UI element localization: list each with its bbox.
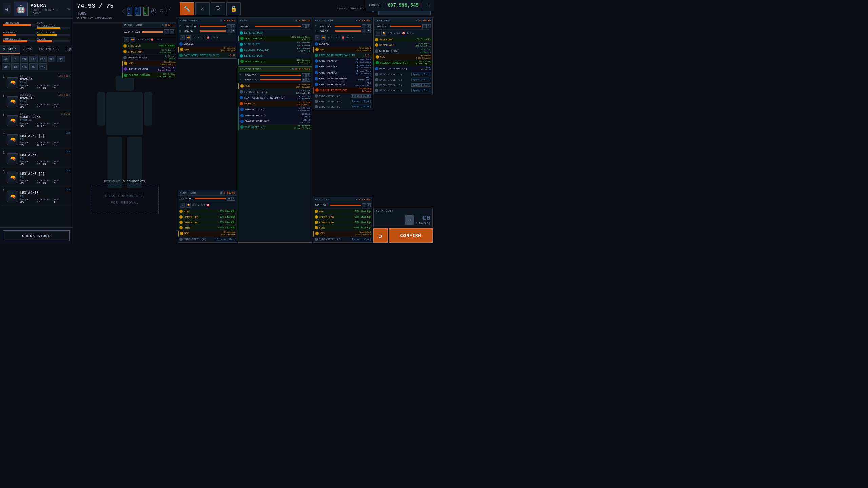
weapon-icon-hvac5: 🔫 — [7, 77, 18, 88]
health-minus-ra[interactable]: − — [164, 29, 169, 34]
filter-tag[interactable]: TAG — [39, 63, 47, 70]
rl-nss: NSS Stealthed530% Stealth — [178, 231, 237, 237]
hp-plus-lt-r[interactable]: + — [367, 29, 371, 33]
weapon-count: 3 — [3, 94, 4, 98]
tool-btn-lock[interactable]: 🔒 — [226, 2, 241, 15]
durability-bar — [3, 40, 36, 42]
lt-ammo1: AMMO PLASMA Plasma AmmoNo Explosion — [313, 58, 372, 64]
work-cost-value: €0 — [416, 214, 430, 222]
menu-button[interactable]: ≡ — [422, 0, 434, 11]
hp-plus-ct-r[interactable]: + — [306, 78, 310, 82]
weapon-list: 1 🔫 GM 50% CRIT HVAC/5 HV AC DAMAGE45 ST… — [0, 72, 73, 227]
weapon-item-lbx2c[interactable]: 4 🔫 LBX LBX AC/2 (C) LBX DAMAGE25 STABIL… — [1, 130, 71, 149]
filter-g[interactable]: G — [11, 56, 19, 62]
back-button[interactable]: ◀ — [3, 5, 11, 13]
filter-ac[interactable]: AC — [2, 56, 10, 62]
firepower-bar — [3, 24, 36, 26]
left-arm-col: LEFT ARM S S 60/80 120/120 − + — [373, 18, 433, 243]
la-weapon-mount: WEAPON MOUNT 0.75 ton-1 Recoil — [374, 48, 432, 54]
action-buttons: ↺ CONFIRM — [373, 228, 433, 243]
ll-lower-leg: LOWER LEG +10% StandUp — [313, 220, 372, 225]
weapon-item-hvac5[interactable]: 1 🔫 GM 50% CRIT HVAC/5 HV AC DAMAGE45 ST… — [1, 73, 71, 92]
tool-btn-x[interactable]: ✕ — [195, 2, 210, 15]
hp-minus-la[interactable]: − — [422, 24, 427, 28]
filter-tb[interactable]: TB — [11, 63, 19, 70]
ll-upper-leg: UPPER LEG +10% StandUp — [313, 215, 372, 220]
avg-range-label: AVG. RANGE — [37, 31, 61, 34]
undo-button[interactable]: ↺ — [373, 228, 388, 243]
tab-engine[interactable]: ENGINE/HS — [36, 45, 62, 54]
hp-plus-h[interactable]: + — [306, 24, 310, 28]
hp-plus-la[interactable]: + — [427, 24, 431, 28]
melee-label: MELEE — [37, 37, 61, 40]
weapon-icon-lbx10: 🔫 — [7, 191, 18, 202]
h-nova: NOVA CEWS (C) +10% Sensors+10% Sight — [238, 59, 312, 64]
rt-nss: NSS Stealthed530% Stealth — [178, 47, 237, 53]
comp-nss-ra: NSS Stealthed530% Stealth — [122, 61, 176, 66]
stats-panel: FIREPOWER HEAT EFFICIENCY MOVEMENT — [0, 19, 73, 45]
tonnage-main: 74.93 / 75 TONS — [77, 3, 118, 16]
hp-minus-ct-r[interactable]: − — [302, 78, 306, 82]
filter-rlm[interactable]: RLM — [48, 56, 56, 62]
weapon-count: 4 — [3, 131, 4, 136]
weapon-name-lbx5: LBX AC/5 — [20, 153, 70, 157]
hp-minus-rt-r[interactable]: − — [227, 29, 231, 33]
hp-plus-rt-f[interactable]: + — [231, 24, 235, 28]
filter-lrm[interactable]: LRM — [2, 63, 10, 70]
weapon-item-lbx5[interactable]: 2 🔫 LBX LBX AC/5 LBX DAMAGE45 STABILITY1… — [1, 149, 71, 168]
weapon-name-hvac5: HVAC/5 — [20, 77, 70, 81]
hp-minus-h[interactable]: − — [302, 24, 306, 28]
hp-minus-ct-f[interactable]: − — [302, 73, 306, 77]
filter-srm[interactable]: SRM — [57, 56, 65, 62]
hp-minus-ll[interactable]: − — [362, 203, 366, 207]
hp-plus-ll[interactable]: + — [367, 203, 371, 207]
funds-label: FUNDS: — [366, 2, 384, 8]
tab-ammo[interactable]: AMMO — [20, 45, 36, 54]
ll-endo: ENDO-STEEL (C) Dynamic Slot — [313, 237, 372, 242]
rt-engine: ENGINE — [178, 41, 237, 47]
weapon-details-hvac10: WESTERN 50% CRIT HVAC/10 HV AC DAMAGE60 … — [20, 94, 70, 109]
check-store-button[interactable]: CHECK STORE — [3, 230, 70, 241]
hp-minus-lt-r[interactable]: − — [362, 29, 366, 33]
confirm-button[interactable]: CONFIRM — [389, 228, 433, 243]
tool-btn-shield[interactable]: 🛡 — [211, 2, 225, 15]
avg-range-bar — [37, 34, 70, 36]
weapon-item-lac5[interactable]: 3 🔫 GM 1 PIPS LIGHT AC/5 LIGHT AC DAMAGE… — [1, 111, 71, 130]
la-endo3: ENDO-STEEL (C) Dynamic Slot — [374, 83, 432, 88]
tonnage-info-icon[interactable]: i — [151, 8, 156, 14]
work-cost-icon: ↺ — [405, 215, 414, 225]
weapon-item-lbx5c[interactable]: 5 🔫 LBX LBX AC/5 (C) LBX DAMAGE45 STABIL… — [1, 168, 71, 187]
left-arm-components: SHOULDER +5% StandUp UPPER ARM +5% Melee… — [374, 37, 432, 94]
weapon-count: 1 — [3, 75, 4, 79]
edit-icon[interactable]: ✎ — [67, 7, 70, 12]
mech-sub: Asura - MDG-X - HEAVY — [31, 8, 65, 15]
health-plus-ra[interactable]: + — [170, 29, 174, 34]
filter-etc[interactable]: ETC — [20, 56, 28, 62]
filter-ml[interactable]: ML — [29, 63, 38, 70]
hp-minus-rt-f[interactable]: − — [227, 24, 231, 28]
hp-plus-rt-r[interactable]: + — [231, 29, 235, 33]
filter-lag[interactable]: LAG — [29, 56, 38, 62]
weapon-icon-lac5: 🔫 — [7, 115, 18, 126]
hp-plus-rl[interactable]: + — [231, 197, 235, 201]
hp-minus-rl[interactable]: − — [227, 197, 231, 201]
weapon-icon-lbx2c: 🔫 — [7, 134, 18, 145]
weapon-item-hvac10[interactable]: 3 🔫 WESTERN 50% CRIT HVAC/10 HV AC DAMAG… — [1, 92, 71, 111]
filter-ams[interactable]: AMS — [20, 63, 28, 70]
weapon-count: 3 — [3, 113, 4, 117]
weapon-item-lbx10[interactable]: 2 🔫 LBX LBX AC/10 LBX DAMAGE60 STABILITY… — [1, 187, 71, 206]
filter-ppc[interactable]: PPC — [39, 56, 47, 62]
right-torso-components: ENGINE NSS Stealthed530% Stealth PATCHWO… — [178, 41, 237, 58]
tool-btn-wrench[interactable]: 🔧 — [180, 2, 194, 15]
left-panel: ◀ 🤖 ASURA Asura - MDG-X - HEAVY ✎ FIREPO… — [0, 0, 73, 244]
hp-plus-lt-f[interactable]: + — [367, 24, 371, 28]
funds-value: €97,989,545 — [384, 1, 422, 9]
ll-hip: HIP +10% StandUp — [313, 209, 372, 215]
tab-weapon[interactable]: WEAPON — [0, 45, 20, 54]
hp-minus-lt-f[interactable]: − — [362, 24, 366, 28]
weapon-name-lbx2c: LBX AC/2 (C) — [20, 134, 70, 138]
lt-engine: ENGINE — [313, 41, 372, 47]
weapon-details-lbx10: LBX LBX AC/10 LBX DAMAGE60 STABILITY15 H… — [20, 188, 70, 204]
hp-plus-ct-f[interactable]: + — [306, 73, 310, 77]
svg-rect-3 — [144, 92, 152, 125]
